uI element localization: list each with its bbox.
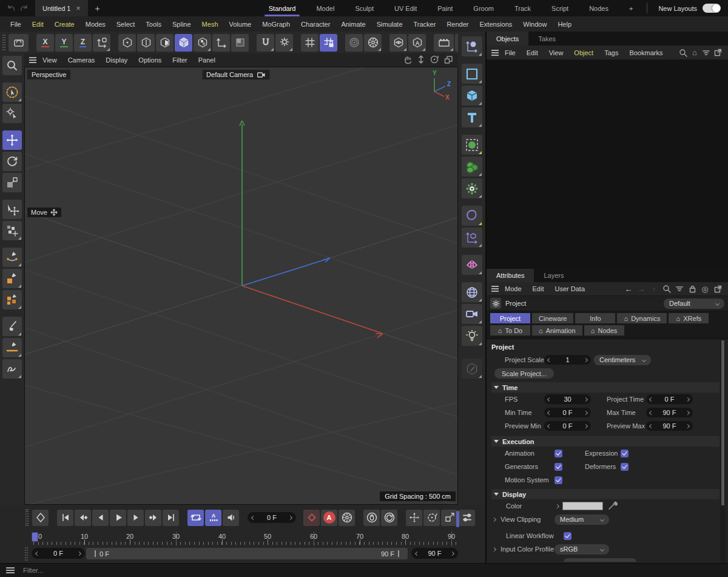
om-search-icon[interactable] [678, 47, 689, 58]
layout-tab-nodes[interactable]: Nodes [579, 0, 619, 16]
points-mode-icon[interactable] [118, 34, 136, 52]
dashed-spline-pen-icon[interactable] [2, 338, 22, 357]
goto-end-icon[interactable] [163, 510, 179, 526]
material-edit-icon[interactable] [462, 359, 482, 379]
attr-tab-dynamics[interactable]: ⌂Dynamics [617, 313, 667, 323]
menu-file[interactable]: File [5, 21, 27, 28]
expand-right-icon[interactable] [555, 504, 559, 508]
om-menu-edit[interactable]: Edit [522, 49, 543, 56]
camera-icon[interactable] [462, 304, 482, 324]
keyframe-selection-gear-icon[interactable] [339, 510, 355, 526]
record-objects-icon[interactable] [303, 510, 320, 526]
linear-workflow-checkbox[interactable] [564, 532, 571, 540]
camera-label[interactable]: Default Camera [202, 70, 269, 79]
timeline-playhead[interactable] [32, 532, 38, 542]
workplane-axis-cube-icon[interactable] [462, 228, 482, 248]
goto-start-icon[interactable] [57, 510, 73, 526]
min-time-field[interactable]: 0 F [544, 408, 591, 417]
motion-system-checkbox[interactable] [554, 476, 562, 484]
spline-pen-icon[interactable] [2, 248, 22, 267]
menu-edit[interactable]: Edit [27, 21, 49, 28]
render-settings-icon[interactable] [364, 34, 382, 52]
x-axis-lock-button[interactable]: X [36, 34, 54, 52]
cube-primitive-icon[interactable] [462, 86, 482, 106]
am-search-icon[interactable] [661, 283, 672, 294]
unit-dropdown[interactable]: Centimeters [594, 355, 651, 365]
menu-help[interactable]: Help [552, 21, 577, 28]
search-commander-icon[interactable] [2, 56, 22, 75]
viewport-hamburger-icon[interactable] [29, 59, 36, 61]
current-frame-field[interactable]: 0 F [248, 512, 296, 523]
viewport-menu-filter[interactable]: Filter [167, 56, 192, 64]
workplane-mode-icon[interactable] [231, 34, 249, 52]
status-hamburger-icon[interactable] [6, 570, 15, 571]
layout-tab-model[interactable]: Model [306, 0, 345, 16]
menu-modes[interactable]: Modes [80, 21, 111, 28]
eyedropper-icon[interactable] [608, 501, 618, 511]
timeline-ruler[interactable]: 0 10 20 30 40 50 60 70 80 90 [0, 531, 485, 547]
pen-ball-icon[interactable] [462, 36, 482, 56]
preview-min-field[interactable]: 0 F [544, 421, 591, 431]
polygons-mode-icon[interactable] [156, 34, 174, 52]
menu-simulate[interactable]: Simulate [371, 21, 408, 28]
attributes-scrollbar[interactable] [720, 339, 726, 566]
layout-tab-track[interactable]: Track [504, 0, 541, 16]
menu-create[interactable]: Create [49, 21, 80, 28]
menu-character[interactable]: Character [295, 21, 335, 28]
record-position-icon[interactable] [406, 510, 422, 526]
render-queue-icon[interactable] [434, 34, 454, 52]
attr-tab-xrefs[interactable]: ⌂XRefs [669, 313, 709, 323]
view-clipping-dropdown[interactable]: Medium [554, 515, 609, 525]
model-mode-icon[interactable] [175, 34, 192, 52]
menu-spline[interactable]: Spline [167, 21, 197, 28]
project-time-field[interactable]: 0 F [646, 394, 693, 404]
orbit-view-icon[interactable] [430, 55, 439, 66]
snap-settings-gear-icon[interactable] [275, 34, 293, 52]
tab-layers[interactable]: Layers [534, 269, 573, 282]
goto-next-key-icon[interactable] [145, 510, 161, 526]
multi-object-move-icon[interactable] [2, 221, 22, 240]
add-layout-button[interactable]: + [619, 0, 643, 16]
menu-window[interactable]: Window [517, 21, 552, 28]
max-time-field[interactable]: 90 F [646, 408, 693, 417]
object-list[interactable] [487, 60, 728, 269]
generators-checkbox[interactable] [554, 463, 562, 471]
animbar-drag-handle[interactable] [25, 509, 29, 526]
layout-tab-groom[interactable]: Groom [463, 0, 504, 16]
attr-tab-info[interactable]: Info [575, 313, 615, 323]
om-menu-file[interactable]: File [500, 49, 521, 56]
om-menu-object[interactable]: Object [569, 49, 598, 56]
subdivision-ball-icon[interactable] [462, 135, 482, 155]
color-swatch[interactable] [562, 502, 603, 510]
range-out-handle[interactable] [398, 550, 399, 557]
viewport-menu-options[interactable]: Options [133, 56, 166, 64]
om-filter-icon[interactable] [701, 47, 712, 58]
om-menu-bookmarks[interactable]: Bookmarks [624, 49, 667, 56]
redo-icon[interactable] [19, 4, 29, 13]
new-layouts-toggle[interactable] [703, 4, 721, 13]
layout-tab-sculpt[interactable]: Sculpt [345, 0, 384, 16]
tab-takes[interactable]: Takes [528, 32, 565, 46]
viewport-menu-panel[interactable]: Panel [194, 56, 220, 64]
record-keyframe-icon[interactable] [32, 510, 49, 526]
rotate-tool-icon[interactable] [2, 152, 22, 171]
status-filter-input[interactable] [23, 567, 169, 574]
attr-tab-nodes[interactable]: ⌂Nodes [584, 325, 624, 336]
goto-prev-key-icon[interactable] [75, 510, 91, 526]
pan-view-icon[interactable] [403, 55, 413, 66]
preview-range-bar[interactable]: 0 F 90 F [86, 548, 408, 559]
menu-render[interactable]: Render [441, 21, 474, 28]
layout-tab-uvedit[interactable]: UV Edit [384, 0, 427, 16]
object-manager-hamburger-icon[interactable] [491, 52, 499, 53]
am-menu-edit[interactable]: Edit [528, 285, 549, 292]
display-filter-eye-icon[interactable] [389, 34, 407, 52]
move-tool-icon[interactable] [2, 130, 22, 150]
om-detach-icon[interactable] [712, 47, 723, 58]
expand-right-icon[interactable] [492, 547, 496, 551]
brush-tool-icon[interactable] [2, 317, 22, 336]
grid-icon[interactable] [301, 34, 318, 52]
next-frame-icon[interactable] [127, 510, 144, 526]
sketch-tool-icon[interactable] [2, 359, 22, 379]
live-selection-icon[interactable] [2, 83, 22, 102]
attr-tab-todo[interactable]: ⌂To Do [490, 325, 530, 336]
